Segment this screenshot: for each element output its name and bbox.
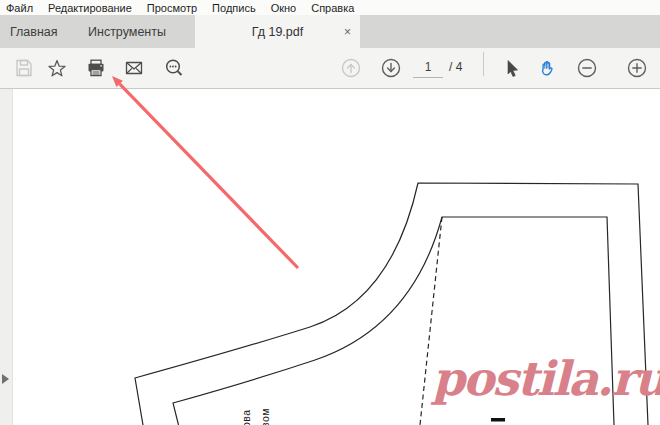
hand-icon: [536, 57, 558, 79]
tab-home[interactable]: Главная: [10, 15, 58, 48]
menu-item-view[interactable]: Просмотр: [147, 2, 197, 14]
pattern-label-fragment: ова: [240, 409, 252, 425]
menu-item-file[interactable]: Файл: [6, 2, 33, 14]
envelope-icon: [123, 57, 145, 79]
printer-icon: [85, 57, 107, 79]
floppy-disk-icon: [13, 57, 35, 79]
circle-minus-icon: [576, 57, 598, 79]
menu-item-help[interactable]: Справка: [311, 2, 354, 14]
tab-document-label: Гд 19.pdf: [252, 25, 303, 39]
toolbar-separator: [483, 52, 484, 76]
cursor-arrow-icon: [501, 57, 523, 79]
watermark-postila: postila.ru: [432, 355, 660, 402]
favorite-button[interactable]: [46, 57, 68, 79]
circle-plus-icon: [626, 57, 648, 79]
tab-tools[interactable]: Инструменты: [88, 15, 166, 48]
zoom-in-button[interactable]: [626, 57, 648, 79]
menu-item-sign[interactable]: Подпись: [212, 2, 256, 14]
toolbar: / 4: [0, 48, 660, 89]
menu-bar: Файл Редактирование Просмотр Подпись Окн…: [0, 0, 660, 15]
star-icon: [46, 57, 68, 79]
zoom-out-button[interactable]: [576, 57, 598, 79]
tab-document[interactable]: Гд 19.pdf ×: [195, 15, 360, 48]
circle-arrow-up-icon: [340, 57, 362, 79]
close-icon[interactable]: ×: [344, 26, 351, 38]
print-button[interactable]: [85, 57, 107, 79]
hand-tool-button[interactable]: [536, 57, 558, 79]
circle-arrow-down-icon: [380, 57, 402, 79]
next-page-button[interactable]: [380, 57, 402, 79]
menu-item-edit[interactable]: Редактирование: [48, 2, 132, 14]
tab-bar: Главная Инструменты Гд 19.pdf ×: [0, 15, 660, 48]
previous-page-button[interactable]: [340, 57, 362, 79]
magnifier-ellipsis-icon: [163, 57, 185, 79]
save-button[interactable]: [13, 57, 35, 79]
menu-item-window[interactable]: Окно: [271, 2, 297, 14]
search-zoom-button[interactable]: [163, 57, 185, 79]
document-canvas[interactable]: ова вом postila.ru: [0, 89, 660, 425]
email-button[interactable]: [123, 57, 145, 79]
select-tool-button[interactable]: [501, 57, 523, 79]
page-total-label: / 4: [449, 60, 462, 74]
pattern-label-fragment: вом: [259, 408, 271, 425]
page-number-input[interactable]: [413, 57, 443, 78]
